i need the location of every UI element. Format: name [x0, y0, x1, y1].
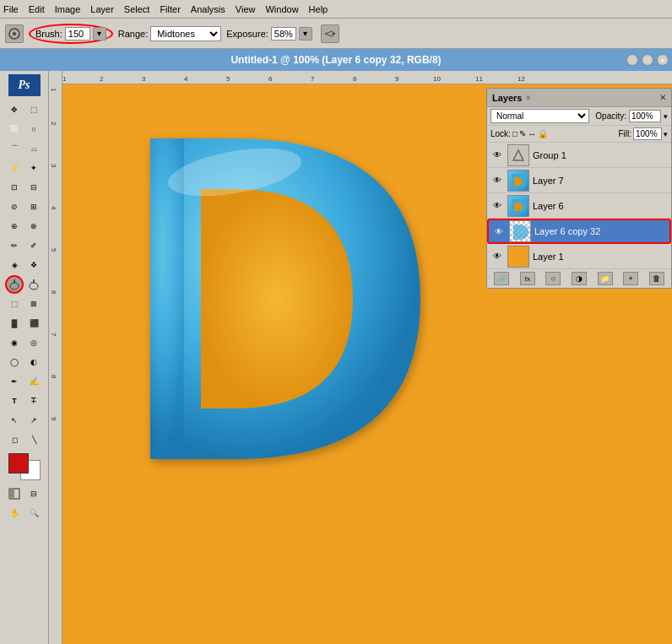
- menu-window[interactable]: Window: [265, 4, 298, 14]
- brush-tool[interactable]: ✏: [5, 236, 24, 255]
- tool-row-dodge2: ◯ ◐: [5, 353, 43, 371]
- shape-tool[interactable]: ◻: [5, 430, 24, 449]
- layer-mask-icon[interactable]: ○: [545, 272, 561, 285]
- tool-row-5: ⊡ ⊟: [5, 178, 43, 197]
- layer-group-icon[interactable]: 📁: [598, 272, 613, 285]
- blur-tool[interactable]: ◉: [5, 333, 24, 352]
- layer-fx-icon[interactable]: fx: [520, 272, 535, 285]
- foreground-color-swatch[interactable]: [8, 453, 29, 474]
- layer-visibility-layer6copy32[interactable]: 👁: [492, 225, 506, 238]
- color-swatches[interactable]: [8, 453, 41, 480]
- type-tool[interactable]: T: [5, 392, 24, 410]
- menu-select[interactable]: Select: [124, 4, 150, 14]
- lock-all-icon[interactable]: 🔒: [538, 129, 548, 138]
- layer-new-icon[interactable]: +: [623, 272, 638, 285]
- minimize-btn[interactable]: _: [626, 54, 638, 66]
- opacity-label: Opacity:: [595, 111, 626, 121]
- vertical-type-tool[interactable]: T̶: [24, 392, 43, 410]
- tool-row-6: ⊘ ⊞: [5, 198, 43, 216]
- brush-dropdown-btn[interactable]: ▾: [93, 27, 106, 41]
- eraser-tool[interactable]: ⬚: [5, 295, 24, 313]
- pencil-tool[interactable]: ✐: [24, 236, 43, 255]
- marquee-rect-tool[interactable]: ⬜: [5, 120, 24, 138]
- perspective-crop-tool[interactable]: ⊟: [24, 178, 43, 197]
- artboard-tool[interactable]: ⬚: [24, 100, 43, 119]
- layer-adjustment-icon[interactable]: ◑: [572, 272, 587, 285]
- gradient-tool[interactable]: ▓: [5, 314, 24, 333]
- layer-visibility-layer6[interactable]: 👁: [490, 199, 504, 213]
- tool-row-gradient: ▓ ⬛: [5, 314, 43, 333]
- menu-file[interactable]: File: [3, 4, 19, 14]
- exposure-value[interactable]: 58%: [271, 27, 296, 41]
- range-label: Range:: [118, 29, 148, 39]
- layer-item-layer6[interactable]: 👁 Layer 6: [487, 193, 671, 219]
- layer-item-group1[interactable]: 👁 Group 1: [487, 143, 671, 168]
- opacity-arrow[interactable]: ▾: [664, 112, 668, 121]
- lock-transparent-icon[interactable]: □: [512, 129, 518, 138]
- burn-tool[interactable]: ◐: [24, 353, 43, 371]
- sharpen-tool[interactable]: ◎: [24, 333, 43, 352]
- dodge-tool[interactable]: ◯: [5, 353, 24, 371]
- patch-tool[interactable]: ⊗: [24, 217, 43, 235]
- polygonal-lasso-tool[interactable]: ⌓: [24, 139, 43, 158]
- path-selection-tool[interactable]: ↖: [5, 411, 24, 430]
- layer-delete-icon[interactable]: 🗑: [649, 272, 664, 285]
- exposure-dropdown-btn[interactable]: ▾: [299, 27, 312, 41]
- vertical-ruler: 1 2 3 4 5 6 7 8 9: [49, 71, 62, 644]
- layer-item-layer1[interactable]: 👁 Layer 1: [487, 244, 671, 269]
- maximize-btn[interactable]: □: [642, 54, 653, 66]
- art-history-brush-tool[interactable]: ~: [24, 275, 43, 294]
- layer-link-icon[interactable]: 🔗: [494, 272, 509, 285]
- lock-position-icon[interactable]: ↔: [528, 129, 536, 138]
- layer-visibility-group1[interactable]: 👁: [490, 149, 504, 162]
- layer-visibility-layer1[interactable]: 👁: [490, 250, 504, 263]
- quick-select-tool[interactable]: ⚡: [5, 159, 24, 177]
- menu-layer[interactable]: Layer: [90, 4, 114, 14]
- move-tool[interactable]: ✥: [5, 100, 24, 119]
- marquee-ellipse-tool[interactable]: ○: [24, 120, 43, 138]
- pattern-stamp-tool[interactable]: ❖: [24, 256, 43, 274]
- opacity-input[interactable]: 100%: [629, 110, 661, 122]
- clone-stamp-tool[interactable]: ◈: [5, 256, 24, 274]
- fill-input[interactable]: 100%: [633, 127, 662, 140]
- paint-bucket-tool[interactable]: ⬛: [24, 314, 43, 333]
- magic-wand-tool[interactable]: ✦: [24, 159, 43, 177]
- layer-item-layer6copy32[interactable]: 👁 Layer 6 copy 32: [487, 219, 671, 244]
- pen-tool[interactable]: ✒: [5, 372, 24, 391]
- hand-tool[interactable]: ✋: [5, 504, 24, 522]
- line-tool[interactable]: ╲: [24, 430, 43, 449]
- freeform-pen-tool[interactable]: ✍: [24, 372, 43, 391]
- zoom-tool[interactable]: 🔍: [24, 504, 43, 522]
- menu-filter[interactable]: Filter: [160, 4, 180, 14]
- airbrush-icon[interactable]: [321, 24, 339, 43]
- spot-heal-tool[interactable]: ⊕: [5, 217, 24, 235]
- layer-item-layer7[interactable]: 👁 Layer 7: [487, 168, 671, 193]
- ruler-tool[interactable]: ⊞: [24, 198, 43, 216]
- lasso-tool[interactable]: ⌒: [5, 139, 24, 158]
- tool-icon[interactable]: [5, 24, 24, 43]
- menu-help[interactable]: Help: [309, 4, 328, 14]
- layer-name-layer7: Layer 7: [533, 176, 668, 186]
- brush-size[interactable]: 150: [65, 27, 90, 41]
- lock-image-icon[interactable]: ✎: [519, 129, 526, 138]
- menu-edit[interactable]: Edit: [29, 4, 45, 14]
- direct-selection-tool[interactable]: ↗: [24, 411, 43, 430]
- menu-view[interactable]: View: [236, 4, 256, 14]
- history-brush-tool[interactable]: [5, 275, 24, 294]
- layer-visibility-layer7[interactable]: 👁: [490, 174, 504, 187]
- document-title: Untitled-1 @ 100% (Layer 6 copy 32, RGB/…: [230, 54, 441, 66]
- quick-mask-tool[interactable]: [5, 484, 24, 503]
- screen-mode-tool[interactable]: ⊟: [24, 484, 43, 503]
- tool-row-extras: ⊟: [5, 484, 43, 503]
- menu-image[interactable]: Image: [55, 4, 81, 14]
- close-btn[interactable]: ×: [657, 54, 669, 66]
- bg-eraser-tool[interactable]: ⊠: [24, 295, 43, 313]
- range-dropdown[interactable]: Midtones: [150, 26, 221, 41]
- blend-mode-dropdown[interactable]: Normal: [490, 109, 589, 123]
- menu-analysis[interactable]: Analysis: [191, 4, 225, 14]
- fill-arrow[interactable]: ▾: [664, 130, 668, 138]
- layers-panel-close-btn[interactable]: ✕: [659, 93, 666, 102]
- ps-logo: Ps: [8, 74, 41, 96]
- crop-tool[interactable]: ⊡: [5, 178, 24, 197]
- eyedropper-tool[interactable]: ⊘: [5, 198, 24, 216]
